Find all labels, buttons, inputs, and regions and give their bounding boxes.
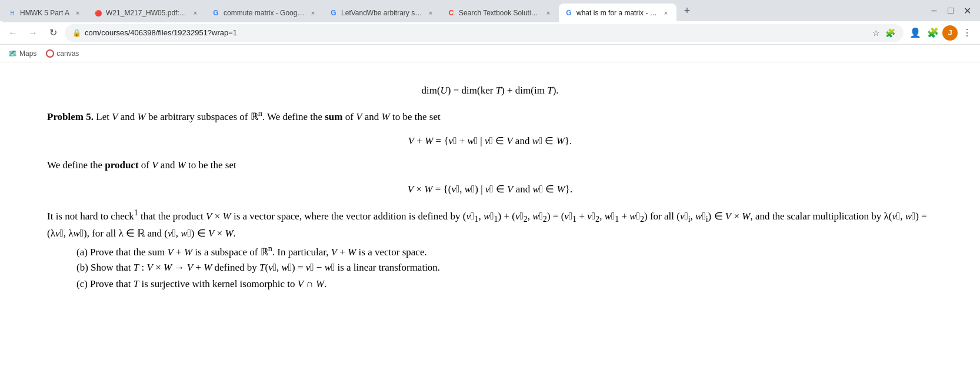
address-text: com/courses/406398/files/19232951?wrap=1 [85, 28, 866, 37]
bookmark-maps-label: Maps [19, 49, 36, 58]
profile-menu-icon[interactable]: 👤 [907, 25, 924, 41]
secure-icon: 🔒 [72, 29, 81, 37]
tab-favicon-5: C [447, 9, 455, 17]
product-intro: We define the product of V and W to be t… [47, 159, 236, 171]
forward-button[interactable]: → [25, 25, 41, 41]
problem5-label: Problem 5. [47, 111, 94, 122]
extensions-button[interactable]: 🧩 [925, 25, 941, 41]
vector-space-paragraph: It is not hard to check1 that the produc… [47, 206, 933, 242]
close-button[interactable]: ✕ [961, 5, 973, 16]
tab-favicon-2: 🔴 [94, 9, 102, 17]
tab-favicon-1: H [8, 9, 16, 17]
tab-title-5: Search Textbook Solutions | Che: [459, 9, 540, 17]
tab-letv[interactable]: G LetVandWbe arbitrary subspaces × [324, 4, 441, 22]
dim-formula: dim(U) = dim(ker T) + dim(im T). [47, 82, 933, 98]
browser-window: H HMWK 5 Part A × 🔴 W21_M217_HW05.pdf: M… [0, 0, 980, 373]
part-a: (a) Prove that the sum V + W is a subspa… [76, 242, 933, 260]
maps-icon: 🗺️ [8, 49, 17, 58]
tab-pdf[interactable]: 🔴 W21_M217_HW05.pdf: MATH 21 × [88, 4, 206, 22]
tab-title-1: HMWK 5 Part A [20, 9, 69, 17]
tab-title-2: W21_M217_HW05.pdf: MATH 21 [106, 9, 187, 17]
tab-close-1[interactable]: × [73, 8, 82, 18]
problem-parts: (a) Prove that the sum V + W is a subspa… [76, 242, 933, 292]
new-tab-button[interactable]: + [679, 2, 695, 19]
window-controls: – □ ✕ [928, 5, 978, 16]
bookmarks-bar: 🗺️ Maps canvas [0, 45, 980, 62]
tab-close-4[interactable]: × [426, 8, 435, 18]
reload-button[interactable]: ↻ [45, 25, 61, 41]
tab-close-5[interactable]: × [544, 8, 553, 18]
tab-title-6: what is m for a matrix - Google S [576, 9, 658, 17]
tab-favicon-4: G [329, 9, 338, 17]
sum-formula: V + W = {v⃗ + w⃗ | v⃗ ∈ V and w⃗ ∈ W}. [47, 133, 933, 149]
product-paragraph: We define the product of V and W to be t… [47, 157, 933, 173]
tab-close-2[interactable]: × [191, 8, 200, 18]
bookmark-canvas-label: canvas [56, 49, 79, 58]
address-right-icons: ☆ 🧩 [870, 27, 896, 39]
bookmark-maps[interactable]: 🗺️ Maps [5, 48, 40, 59]
address-bar-row: ← → ↻ 🔒 com/courses/406398/files/1923295… [0, 21, 980, 45]
sum-formula-text: V [408, 135, 414, 146]
tab-textbook[interactable]: C Search Textbook Solutions | Che: × [441, 4, 559, 22]
tab-close-6[interactable]: × [661, 8, 671, 18]
tab-title-4: LetVandWbe arbitrary subspaces [341, 9, 422, 17]
bookmark-star-icon[interactable]: ☆ [870, 27, 882, 39]
canvas-favicon-icon [46, 49, 54, 58]
extension-icon[interactable]: 🧩 [884, 27, 896, 39]
bookmark-canvas[interactable]: canvas [42, 48, 82, 59]
minimize-button[interactable]: – [928, 5, 940, 16]
profile-avatar[interactable]: J [942, 25, 958, 41]
tab-favicon-6: G [565, 9, 573, 17]
restore-button[interactable]: □ [945, 5, 956, 16]
page-content: dim(U) = dim(ker T) + dim(im T). Problem… [0, 62, 980, 373]
tab-bar: H HMWK 5 Part A × 🔴 W21_M217_HW05.pdf: M… [0, 0, 980, 21]
problem5-paragraph: Problem 5. Let V and W be arbitrary subs… [47, 106, 933, 125]
tab-commute[interactable]: G commute matrix - Google Search × [206, 4, 324, 22]
part-c: (c) Prove that T is surjective with kern… [76, 276, 933, 292]
tab-title-3: commute matrix - Google Search [224, 9, 305, 17]
product-formula: V × W = {(v⃗, w⃗) | v⃗ ∈ V and w⃗ ∈ W}. [47, 181, 933, 197]
browser-right-icons: 👤 🧩 J ⋮ [907, 25, 975, 41]
tab-close-3[interactable]: × [308, 8, 318, 18]
back-button[interactable]: ← [5, 25, 21, 41]
tab-whatism[interactable]: G what is m for a matrix - Google S × [559, 4, 676, 22]
menu-button[interactable]: ⋮ [959, 25, 975, 41]
tab-hmwk[interactable]: H HMWK 5 Part A × [2, 4, 88, 22]
address-box[interactable]: 🔒 com/courses/406398/files/19232951?wrap… [65, 24, 904, 42]
part-b: (b) Show that T : V × W → V + W defined … [76, 259, 933, 275]
tab-favicon-3: G [212, 9, 220, 17]
problem5-intro: Let V and W be arbitrary subspaces of ℝn… [96, 111, 440, 122]
dim-formula-text: dim(U) = dim(ker T) + dim(im T). [421, 85, 558, 96]
